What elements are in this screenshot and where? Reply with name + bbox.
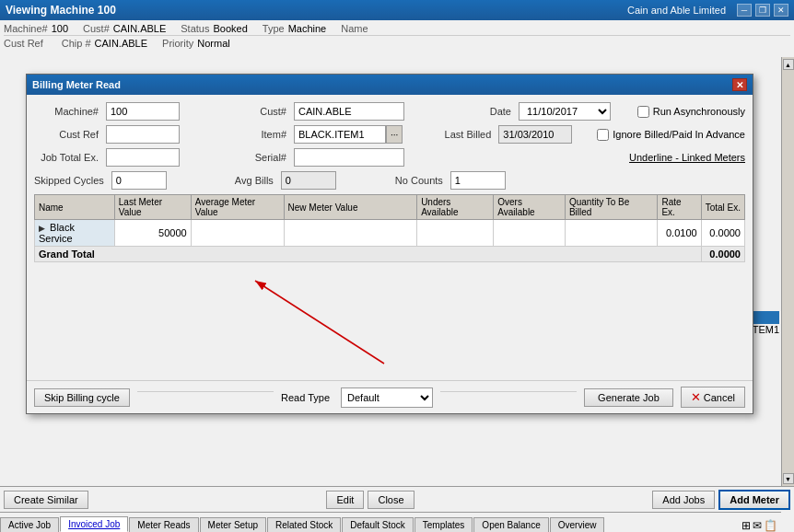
modal-serial-input[interactable] (294, 148, 404, 167)
modal-date-select[interactable]: 11/10/2017 (519, 102, 611, 121)
modal-footer: Skip Billing cycle Read Type Default Act… (27, 380, 753, 413)
cust-value: CAIN.ABLE (113, 23, 166, 34)
modal-no-counts-label: No Counts (379, 175, 443, 186)
ignore-billed-label: Ignore Billed/Paid In Advance (613, 129, 745, 140)
add-meter-button[interactable]: Add Meter (718, 490, 790, 510)
tab-active-job[interactable]: Active Job (0, 517, 59, 532)
col-rate: Rate Ex. (658, 195, 701, 220)
bottom-buttons-row: Create Similar Edit Close Add Jobs Add M… (0, 486, 794, 512)
modal-skipped-label: Skipped Cycles (34, 175, 104, 186)
modal-cust-ref-input[interactable] (106, 125, 180, 144)
modal-body: Machine# Cust# Date 11/10/2017 Run Async… (27, 95, 753, 380)
modal-job-total-label: Job Total Ex. (34, 152, 99, 163)
scroll-down-btn[interactable]: ▼ (783, 473, 794, 484)
cust-ref-label-main: Cust Ref (4, 38, 43, 49)
ignore-billed-checkbox[interactable] (597, 129, 609, 141)
tab-invoiced-job[interactable]: Invoiced Job (60, 516, 128, 532)
modal-row-2: Cust Ref Item# ··· Last Billed Ignore Bi… (34, 125, 745, 144)
close-button-main[interactable]: Close (368, 491, 414, 509)
minimize-button[interactable]: ─ (737, 4, 752, 17)
tab-meter-setup[interactable]: Meter Setup (200, 517, 266, 532)
main-window-title: Viewing Machine 100 (6, 4, 116, 17)
row-overs (494, 220, 566, 247)
chip-field: Chip # CAIN.ABLE (62, 38, 147, 49)
col-name: Name (35, 195, 115, 220)
row-new-meter[interactable] (284, 220, 417, 247)
chip-label: Chip # (62, 38, 91, 49)
table-header-row: Name Last Meter Value Average Meter Valu… (35, 195, 745, 220)
cancel-x-icon: ✕ (691, 390, 701, 404)
run-async-checkbox[interactable] (637, 106, 649, 118)
status-value: Booked (213, 23, 247, 34)
modal-close-button[interactable]: ✕ (732, 78, 747, 91)
modal-job-total-input[interactable] (106, 148, 180, 167)
modal-last-billed-input (498, 125, 572, 144)
col-new-meter: New Meter Value (284, 195, 417, 220)
tab-default-stock[interactable]: Default Stock (342, 517, 413, 532)
grand-total-value: 0.0000 (701, 247, 744, 262)
machine-label: Machine# (4, 23, 48, 34)
tab-icon-2[interactable]: ✉ (753, 519, 762, 532)
tab-icon-1[interactable]: ⊞ (741, 519, 751, 532)
company-name: Cain and Able Limited (627, 5, 726, 16)
row-unders (417, 220, 494, 247)
modal-cust-ref-label: Cust Ref (34, 129, 99, 140)
modal-avg-bills-input[interactable] (281, 171, 336, 190)
read-type-label: Read Type (281, 392, 330, 403)
billing-table: Name Last Meter Value Average Meter Valu… (34, 194, 745, 262)
type-label: Type (263, 23, 285, 34)
expand-arrow[interactable]: ▶ (39, 224, 45, 233)
row-avg-meter (191, 220, 284, 247)
modal-machine-label: Machine# (34, 106, 99, 117)
grand-total-label: Grand Total (35, 247, 702, 262)
svg-line-1 (255, 281, 384, 364)
name-field: Name (341, 23, 371, 34)
main-content-area: Machine# 100 Cust# CAIN.ABLE Status Book… (0, 20, 794, 532)
modal-avg-bills-label: Avg Bills (209, 175, 274, 186)
new-meter-input[interactable] (288, 227, 414, 238)
info-row-2: Cust Ref Chip # CAIN.ABLE Priority Norma… (4, 35, 790, 50)
item-ellipsis-button[interactable]: ··· (386, 125, 403, 144)
run-async-label: Run Asynchronously (653, 106, 745, 117)
type-field: Type Machine (263, 23, 326, 34)
info-row-1: Machine# 100 Cust# CAIN.ABLE Status Book… (4, 22, 790, 35)
restore-button[interactable]: ❐ (755, 4, 770, 17)
item-field-group: ··· (294, 125, 403, 144)
modal-title-text: Billing Meter Read (32, 79, 121, 90)
priority-label: Priority (162, 38, 193, 49)
modal-item-input[interactable] (294, 125, 386, 144)
tab-open-balance[interactable]: Open Balance (473, 517, 548, 532)
scroll-up-btn[interactable]: ▲ (783, 59, 794, 70)
modal-cust-label: Cust# (222, 106, 286, 117)
add-jobs-button[interactable]: Add Jobs (652, 491, 715, 509)
status-label: Status (181, 23, 209, 34)
tab-icon-3[interactable]: 📋 (764, 519, 777, 532)
tab-meter-reads[interactable]: Meter Reads (129, 517, 198, 532)
name-label: Name (341, 23, 368, 34)
underline-linked-meters[interactable]: Underline - Linked Meters (629, 152, 745, 163)
row-total: 0.0000 (701, 220, 744, 247)
read-type-select[interactable]: Default Actual Estimated (341, 387, 433, 408)
cancel-button[interactable]: ✕ Cancel (681, 387, 745, 408)
tab-overview[interactable]: Overview (550, 517, 605, 532)
create-similar-button[interactable]: Create Similar (4, 491, 88, 509)
modal-skipped-input[interactable] (111, 171, 167, 190)
ignore-billed-row: Ignore Billed/Paid In Advance (597, 129, 745, 141)
grand-total-row: Grand Total 0.0000 (35, 247, 745, 262)
skip-billing-cycle-button[interactable]: Skip Billing cycle (34, 388, 130, 407)
arrow-area (34, 262, 745, 373)
tab-related-stock[interactable]: Related Stock (267, 517, 341, 532)
edit-button[interactable]: Edit (326, 491, 364, 509)
tab-bar-icons: ⊞ ✉ 📋 (738, 519, 781, 532)
modal-no-counts-input[interactable] (450, 171, 506, 190)
row-qty (565, 220, 657, 247)
close-button[interactable]: ✕ (774, 4, 788, 17)
machine-field: Machine# 100 (4, 23, 68, 34)
col-avg-meter: Average Meter Value (191, 195, 284, 220)
modal-machine-input[interactable] (106, 102, 180, 121)
tab-templates[interactable]: Templates (415, 517, 473, 532)
billing-meter-modal: Billing Meter Read ✕ Machine# Cust# Date… (26, 74, 753, 414)
generate-job-button[interactable]: Generate Job (584, 388, 673, 407)
modal-item-label: Item# (222, 129, 286, 140)
modal-cust-input[interactable] (294, 102, 404, 121)
